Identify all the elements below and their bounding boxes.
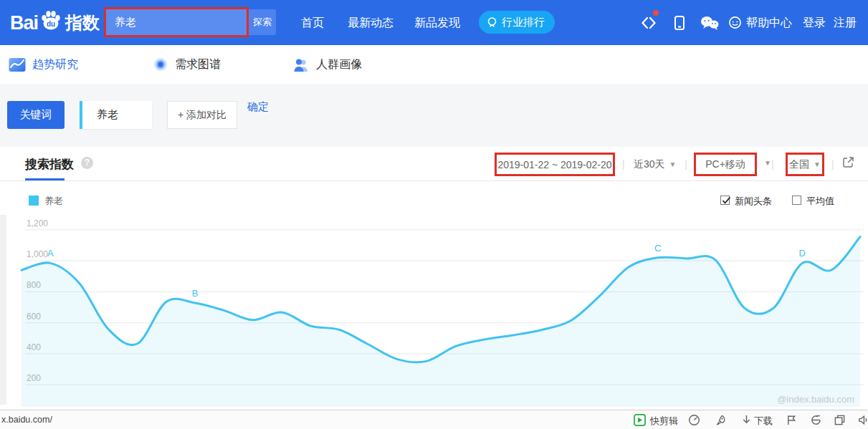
area-fill xyxy=(22,237,860,407)
period-dropdown[interactable]: 近30天 ▼ xyxy=(634,153,676,176)
legend-row: 养老 新闻头条 平均值 xyxy=(0,191,868,213)
explore-button[interactable]: 探索 xyxy=(249,9,276,35)
quick-clip-label[interactable]: 快剪辑 xyxy=(650,415,678,428)
baidu-index-page: Bai du 指数 养老 探索 首页 最新动态 新品发现 行业排行 xyxy=(0,0,868,429)
tab-demand-map[interactable]: 需求图谱 xyxy=(153,45,221,84)
industry-ranking-label: 行业排行 xyxy=(502,16,545,29)
section-tabs: 趋势研究 需求图谱 人群画像 xyxy=(0,45,868,84)
legend-swatch[interactable] xyxy=(29,196,39,206)
annotation-label-B[interactable]: B xyxy=(192,288,199,299)
notification-dot xyxy=(653,10,659,16)
nav-home[interactable]: 首页 xyxy=(301,0,324,45)
code-brackets-icon[interactable] xyxy=(640,14,657,32)
external-link-icon[interactable] xyxy=(842,156,854,168)
separator: | xyxy=(771,158,774,170)
speed-dial-icon[interactable] xyxy=(688,414,700,426)
chevron-down-icon[interactable]: ▼ xyxy=(764,159,771,167)
radar-dot-icon xyxy=(153,57,168,72)
people-icon xyxy=(292,57,310,72)
mobile-phone-icon[interactable] xyxy=(671,14,688,32)
panel-title: 搜索指数 xyxy=(25,156,74,173)
separator: | xyxy=(622,158,625,170)
annotation-label-C[interactable]: C xyxy=(654,243,661,254)
separator: | xyxy=(831,158,834,170)
flag-icon[interactable] xyxy=(786,414,798,426)
top-header: Bai du 指数 养老 探索 首页 最新动态 新品发现 行业排行 xyxy=(0,0,868,45)
search-annotation-box: 养老 xyxy=(104,7,249,37)
panel-header: 搜索指数 ? 2019-01-22 ~ 2019-02-20 | 近30天 ▼ … xyxy=(0,147,868,181)
news-headlines-label[interactable]: 新闻头条 xyxy=(735,195,772,208)
period-value: 近30天 xyxy=(634,158,665,171)
active-tab-underline xyxy=(25,178,65,180)
chevron-down-icon: ▼ xyxy=(814,160,821,168)
logo-text-bai: Bai xyxy=(10,12,38,34)
question-mark-icon[interactable]: ? xyxy=(81,157,93,169)
help-center-label: 帮助中心 xyxy=(746,0,792,45)
news-headlines-checkbox[interactable] xyxy=(720,196,730,205)
region-dropdown[interactable]: 全国 ▼ xyxy=(786,153,824,176)
device-dropdown[interactable]: PC+移动 xyxy=(694,153,757,176)
tab-crowd-portrait[interactable]: 人群画像 xyxy=(292,45,362,84)
confirm-link[interactable]: 确定 xyxy=(247,100,269,114)
device-value: PC+移动 xyxy=(705,158,745,171)
industry-ranking-button[interactable]: 行业排行 xyxy=(479,11,555,34)
separator: | xyxy=(685,158,687,170)
y-axis-tick-label: 1,000 xyxy=(27,249,48,259)
keyword-button[interactable]: 关键词 xyxy=(7,101,65,129)
rocket-icon[interactable] xyxy=(715,414,727,426)
date-range-value: 2019-01-22 ~ 2019-02-20 xyxy=(497,159,611,170)
medal-icon xyxy=(486,16,498,29)
logo-text-du: du xyxy=(47,20,55,28)
tab-trend-research[interactable]: 趋势研究 xyxy=(9,45,78,84)
search-index-trend-chart[interactable]: 2004006008001,0001,200ABCD@index.baidu.c… xyxy=(0,216,868,408)
baidu-index-logo[interactable]: Bai du 指数 xyxy=(10,9,100,37)
baidu-paw-icon: du xyxy=(39,9,63,33)
tab-demand-label: 需求图谱 xyxy=(175,57,221,72)
search-input[interactable]: 养老 xyxy=(106,9,247,35)
ie-browser-icon[interactable] xyxy=(810,414,822,426)
chevron-down-icon: ▼ xyxy=(669,160,677,168)
tab-trend-label: 趋势研究 xyxy=(32,57,78,72)
legend-label[interactable]: 养老 xyxy=(44,195,63,208)
watermark: @index.baidu.com xyxy=(777,394,854,405)
browser-status-bar: x.baidu.com/ 快剪辑 下载 xyxy=(0,410,868,429)
date-range-control[interactable]: 2019-01-22 ~ 2019-02-20 xyxy=(495,153,615,176)
register-link[interactable]: 注册 xyxy=(834,0,857,45)
average-checkbox[interactable] xyxy=(792,196,801,205)
logo-text-suffix: 指数 xyxy=(65,11,100,34)
annotation-label-A[interactable]: A xyxy=(47,248,54,259)
status-url: x.baidu.com/ xyxy=(1,415,52,425)
restore-window-icon[interactable] xyxy=(834,414,846,426)
annotation-label-D[interactable]: D xyxy=(799,248,806,259)
speaker-icon[interactable] xyxy=(857,414,868,426)
nav-new-products[interactable]: 新品发现 xyxy=(414,0,460,45)
trend-chart-icon xyxy=(9,57,26,72)
region-value: 全国 xyxy=(789,158,809,171)
tab-crowd-label: 人群画像 xyxy=(316,57,362,72)
nav-latest-news[interactable]: 最新动态 xyxy=(348,0,394,45)
add-compare-button[interactable]: + 添加对比 xyxy=(167,101,237,129)
wechat-icon[interactable] xyxy=(700,14,720,32)
average-label[interactable]: 平均值 xyxy=(806,195,834,208)
help-center-link[interactable]: 帮助中心 xyxy=(728,0,792,45)
search-index-panel: 搜索指数 ? 2019-01-22 ~ 2019-02-20 | 近30天 ▼ … xyxy=(0,147,868,410)
keyword-chip[interactable]: 养老 xyxy=(80,101,152,129)
keyword-filter-band: 关键词 养老 + 添加对比 确定 xyxy=(0,84,868,147)
check-icon xyxy=(721,195,732,206)
download-label[interactable]: 下载 xyxy=(754,415,773,428)
download-arrow-icon[interactable] xyxy=(740,414,753,426)
help-chat-icon xyxy=(728,16,742,29)
login-link[interactable]: 登录 xyxy=(803,0,826,45)
quick-clip-icon[interactable] xyxy=(634,414,646,426)
y-axis-tick-label: 1,200 xyxy=(27,218,48,228)
